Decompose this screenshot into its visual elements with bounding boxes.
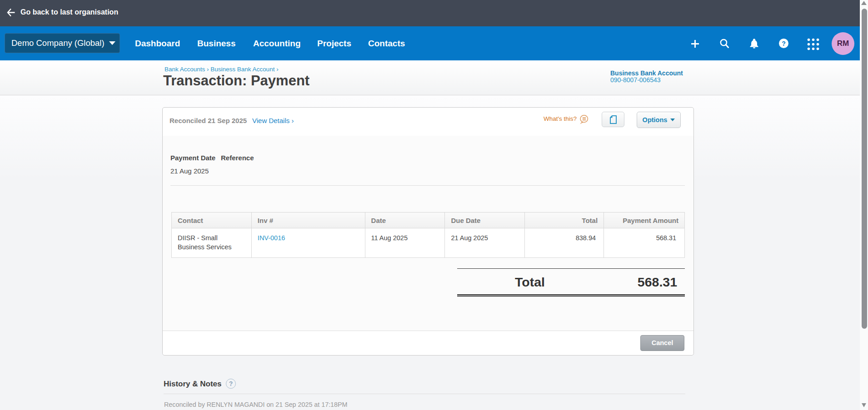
- svg-text:?: ?: [782, 40, 786, 47]
